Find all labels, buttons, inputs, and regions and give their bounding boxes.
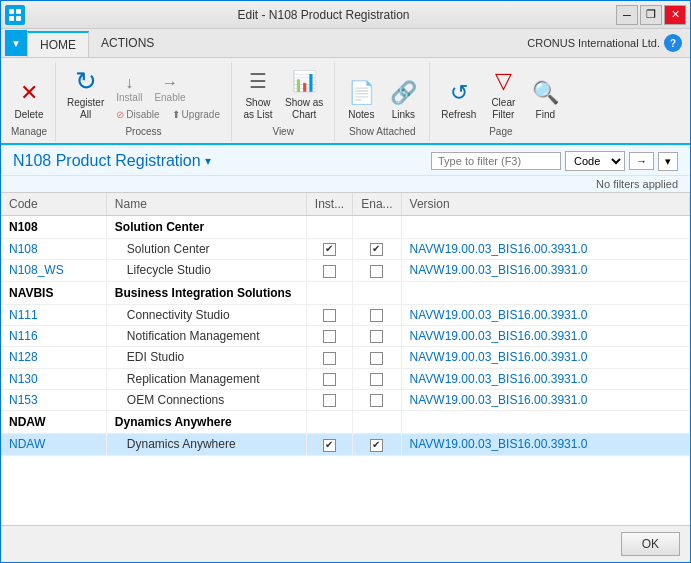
installed-checkbox[interactable] [323, 439, 336, 452]
filter-nav-button[interactable]: → [629, 152, 654, 170]
cell-enabled [353, 260, 401, 281]
links-button[interactable]: 🔗 Links [383, 74, 423, 124]
group-show-attached: 📄 Notes 🔗 Links Show Attached [335, 62, 430, 141]
svg-rect-3 [16, 16, 21, 21]
content-header: N108 Product Registration ▾ Code Name → … [1, 145, 690, 176]
refresh-button[interactable]: ↺ Refresh [436, 74, 481, 124]
clear-filter-icon: ▽ [495, 65, 512, 97]
cell-code: N111 [1, 304, 106, 325]
restore-button[interactable]: ❐ [640, 5, 662, 25]
svg-rect-2 [9, 16, 14, 21]
enabled-checkbox[interactable] [370, 439, 383, 452]
enabled-checkbox[interactable] [370, 330, 383, 343]
table-row[interactable]: NDAWDynamics Anywhere [1, 411, 690, 434]
table-row[interactable]: NDAWDynamics AnywhereNAVW19.00.03_BIS16.… [1, 434, 690, 455]
cell-installed [306, 411, 352, 434]
filter-input[interactable] [431, 152, 561, 170]
table-row[interactable]: N111Connectivity StudioNAVW19.00.03_BIS1… [1, 304, 690, 325]
installed-checkbox[interactable] [323, 243, 336, 256]
installed-checkbox[interactable] [323, 330, 336, 343]
clear-filter-button[interactable]: ▽ ClearFilter [483, 62, 523, 124]
disable-button[interactable]: ⊘ Disable [111, 107, 164, 122]
cell-version: NAVW19.00.03_BIS16.00.3931.0 [401, 434, 689, 455]
installed-checkbox[interactable] [323, 309, 336, 322]
col-version: Version [401, 193, 689, 216]
table-container: Code Name Inst... Ena... Version N108Sol… [1, 192, 690, 525]
cell-name: Replication Management [106, 368, 306, 389]
ribbon-tabs: ▼ HOME ACTIONS CRONUS International Ltd.… [1, 29, 690, 58]
table-row[interactable]: N130Replication ManagementNAVW19.00.03_B… [1, 368, 690, 389]
find-icon: 🔍 [532, 77, 559, 109]
enabled-checkbox[interactable] [370, 243, 383, 256]
company-icon: ? [664, 34, 682, 52]
installed-checkbox[interactable] [323, 373, 336, 386]
table-row[interactable]: N116Notification ManagementNAVW19.00.03_… [1, 325, 690, 346]
cell-installed [306, 347, 352, 368]
installed-checkbox[interactable] [323, 352, 336, 365]
cell-enabled [353, 239, 401, 260]
cell-name: Dynamics Anywhere [106, 434, 306, 455]
upgrade-button[interactable]: ⬆ Upgrade [167, 107, 225, 122]
installed-checkbox[interactable] [323, 394, 336, 407]
manage-items: ✕ Delete [9, 62, 49, 124]
install-button[interactable]: ↓ Install [111, 72, 147, 105]
col-name: Name [106, 193, 306, 216]
cell-version [401, 411, 689, 434]
table-row[interactable]: N108Solution Center [1, 216, 690, 239]
col-installed: Inst... [306, 193, 352, 216]
cell-installed [306, 239, 352, 260]
cell-name: OEM Connections [106, 389, 306, 410]
installed-checkbox[interactable] [323, 265, 336, 278]
table-row[interactable]: NAVBISBusiness Integration Solutions [1, 281, 690, 304]
enabled-checkbox[interactable] [370, 309, 383, 322]
group-process: ↻ RegisterAll ↓ Install → Enable [56, 62, 232, 141]
filter-dropdown[interactable]: Code Name [565, 151, 625, 171]
install-icon: ↓ [125, 74, 133, 92]
table-row[interactable]: N153OEM ConnectionsNAVW19.00.03_BIS16.00… [1, 389, 690, 410]
find-button[interactable]: 🔍 Find [525, 74, 565, 124]
table-row[interactable]: N108Solution CenterNAVW19.00.03_BIS16.00… [1, 239, 690, 260]
filter-area: Code Name → ▾ [431, 151, 678, 171]
cell-installed [306, 304, 352, 325]
filter-expand-button[interactable]: ▾ [658, 152, 678, 171]
cell-enabled [353, 304, 401, 325]
notes-button[interactable]: 📄 Notes [341, 74, 381, 124]
title-buttons: ─ ❐ ✕ [616, 5, 686, 25]
enabled-checkbox[interactable] [370, 394, 383, 407]
table-row[interactable]: N108_WSLifecycle StudioNAVW19.00.03_BIS1… [1, 260, 690, 281]
show-chart-icon: 📊 [292, 65, 317, 97]
cell-version: NAVW19.00.03_BIS16.00.3931.0 [401, 368, 689, 389]
cell-version: NAVW19.00.03_BIS16.00.3931.0 [401, 389, 689, 410]
tab-home[interactable]: HOME [27, 31, 89, 57]
close-button[interactable]: ✕ [664, 5, 686, 25]
cell-name: Solution Center [106, 216, 306, 239]
cell-installed [306, 216, 352, 239]
cell-code: N116 [1, 325, 106, 346]
cell-installed [306, 281, 352, 304]
svg-rect-1 [16, 9, 21, 14]
table-row[interactable]: N128EDI StudioNAVW19.00.03_BIS16.00.3931… [1, 347, 690, 368]
cell-code: N108 [1, 239, 106, 260]
enable-icon: → [162, 74, 178, 92]
enabled-checkbox[interactable] [370, 352, 383, 365]
ok-button[interactable]: OK [621, 532, 680, 556]
ribbon-nav-button[interactable]: ▼ [5, 30, 27, 56]
cell-enabled [353, 368, 401, 389]
cell-name: Solution Center [106, 239, 306, 260]
cell-name: Lifecycle Studio [106, 260, 306, 281]
enabled-checkbox[interactable] [370, 373, 383, 386]
tab-actions[interactable]: ACTIONS [89, 30, 167, 56]
cell-installed [306, 434, 352, 455]
links-icon: 🔗 [390, 77, 417, 109]
minimize-button[interactable]: ─ [616, 5, 638, 25]
delete-button[interactable]: ✕ Delete [9, 74, 49, 124]
enable-button[interactable]: → Enable [149, 72, 190, 105]
cell-version: NAVW19.00.03_BIS16.00.3931.0 [401, 239, 689, 260]
register-all-button[interactable]: ↻ RegisterAll [62, 62, 109, 124]
app-icon [5, 5, 25, 25]
group-page: ↺ Refresh ▽ ClearFilter 🔍 Find Page [430, 62, 571, 141]
show-list-button[interactable]: ☰ Showas List [238, 62, 278, 124]
show-chart-button[interactable]: 📊 Show asChart [280, 62, 328, 124]
page-title-dropdown[interactable]: ▾ [205, 154, 211, 168]
enabled-checkbox[interactable] [370, 265, 383, 278]
